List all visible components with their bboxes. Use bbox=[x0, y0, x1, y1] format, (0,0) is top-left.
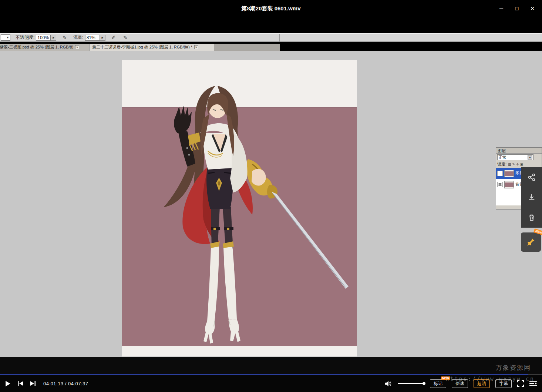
opacity-label: 不透明度: bbox=[16, 34, 34, 41]
chevron-down-icon: ▼ bbox=[528, 155, 532, 160]
video-bottom-letterbox bbox=[0, 357, 542, 374]
next-button[interactable] bbox=[30, 381, 36, 386]
play-icon bbox=[5, 381, 11, 387]
watermark-url: https://www.wxzyw.cn bbox=[445, 376, 535, 382]
doc-tab-psd: 紫翠-三视图.psd @ 25% (图层 1, RGB/8) ✕ bbox=[0, 44, 90, 51]
visibility-toggle-icon bbox=[497, 171, 503, 176]
airbrush-icon: ✐ bbox=[110, 35, 117, 40]
volume-button[interactable] bbox=[385, 381, 392, 386]
play-button[interactable] bbox=[5, 381, 11, 387]
mark-label: 标记 bbox=[434, 381, 442, 386]
ps-options-bar: ▼ 不透明度: 100% ▶ ✎ 流量: 81% ▶ ✐ ✎ bbox=[0, 33, 542, 42]
lock-all-icon: ▣ bbox=[520, 163, 524, 166]
flow-value: 81% bbox=[85, 35, 100, 41]
pen-pressure-icon: ✎ bbox=[61, 35, 68, 40]
pressure-toggle-icon: ✎ bbox=[122, 35, 129, 40]
close-icon: ✕ bbox=[75, 45, 79, 49]
window-controls: ─ □ ✕ bbox=[495, 0, 538, 17]
pin-button[interactable]: NEW bbox=[521, 232, 541, 252]
options-divider bbox=[279, 34, 280, 41]
time-display: 04:01:13 / 04:07:37 bbox=[43, 381, 88, 386]
volume-slider[interactable] bbox=[398, 383, 424, 384]
opacity-value: 100% bbox=[36, 35, 51, 41]
delete-button[interactable] bbox=[521, 208, 542, 228]
close-icon[interactable]: ✕ bbox=[526, 3, 538, 14]
lock-label: 锁定: bbox=[497, 161, 506, 167]
blend-mode-value: 正常 bbox=[498, 155, 506, 160]
titlebar: 第8期20套装 0601.wmv ─ □ ✕ bbox=[0, 0, 542, 17]
ps-document-tabs: 紫翠-三视图.psd @ 25% (图层 1, RGB/8) ✕ 第二十二课课后… bbox=[0, 44, 280, 51]
lock-pixels-icon: ✎ bbox=[512, 163, 515, 166]
close-icon: ✕ bbox=[194, 45, 198, 49]
trash-icon bbox=[528, 214, 536, 222]
floating-action-sidebar bbox=[521, 167, 542, 228]
previous-icon bbox=[17, 381, 23, 386]
opacity-arrow-icon: ▶ bbox=[51, 35, 56, 41]
lock-transparency-icon: ▦ bbox=[508, 163, 511, 166]
next-icon bbox=[30, 381, 36, 386]
video-player-window: 第8期20套装 0601.wmv ─ □ ✕ ▼ 不透明度: 100% ▶ ✎ … bbox=[0, 0, 542, 392]
share-button[interactable] bbox=[521, 167, 542, 187]
doc-tab-label: 紫翠-三视图.psd @ 25% (图层 1, RGB/8) bbox=[0, 44, 73, 50]
flow-arrow-icon: ▶ bbox=[100, 35, 105, 41]
ps-tool-preset-dropdown: ▼ bbox=[1, 34, 10, 41]
character-illustration bbox=[122, 60, 357, 356]
flow-label: 流量: bbox=[73, 34, 83, 41]
blend-mode-dropdown: 正常 ▼ bbox=[497, 154, 533, 160]
doc-tab-jpg-active: 第二十二课课后-李顺械1.jpg @ 25% (图层 1, RGB/8#) * … bbox=[90, 44, 214, 51]
download-button[interactable] bbox=[521, 187, 542, 207]
layer-thumbnail bbox=[504, 181, 514, 188]
previous-button[interactable] bbox=[17, 381, 23, 386]
layer-thumbnail bbox=[504, 170, 514, 177]
maximize-icon[interactable]: □ bbox=[511, 3, 523, 14]
minimize-icon[interactable]: ─ bbox=[495, 3, 507, 14]
speaker-icon bbox=[385, 381, 392, 386]
eye-icon bbox=[498, 183, 502, 186]
pin-icon bbox=[526, 238, 535, 247]
download-icon bbox=[528, 193, 536, 201]
visibility-toggle-icon bbox=[497, 182, 503, 187]
window-title: 第8期20套装 0601.wmv bbox=[0, 0, 542, 17]
layers-panel-title: 图层 bbox=[496, 148, 542, 154]
doc-tab-label: 第二十二课课后-李顺械1.jpg @ 25% (图层 1, RGB/8#) * bbox=[92, 44, 192, 50]
volume-knob[interactable] bbox=[423, 382, 425, 385]
mark-button[interactable]: 标记 NEW bbox=[430, 379, 446, 388]
character-illustration-svg bbox=[122, 60, 357, 356]
lock-position-icon: ✛ bbox=[516, 163, 519, 166]
watermark-sitename: 万象资源网 bbox=[496, 363, 531, 372]
share-icon bbox=[528, 173, 536, 181]
chevron-down-icon: ▼ bbox=[6, 36, 9, 39]
